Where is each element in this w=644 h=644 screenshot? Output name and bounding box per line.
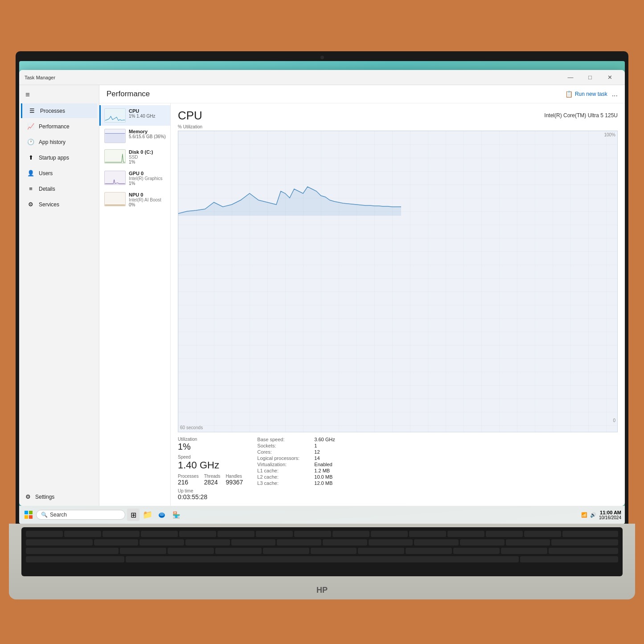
npu-device-sub: Intel(R) AI Boost xyxy=(129,197,161,202)
cpu-detail-panel: CPU Intel(R) Core(TM) Ultra 5 125U % Uti… xyxy=(171,103,625,506)
search-bar[interactable]: 🔍 Search xyxy=(36,510,125,520)
key xyxy=(501,548,547,554)
chart-svg xyxy=(178,131,617,432)
sockets-key: Sockets: xyxy=(257,443,311,448)
key xyxy=(263,548,309,554)
key xyxy=(64,531,101,537)
sidebar-item-details[interactable]: ≡ Details xyxy=(21,181,97,196)
sys-tray: 📶 🔊 11:00 AM 10/16/2024 xyxy=(581,510,621,520)
key xyxy=(217,531,254,537)
search-text: Search xyxy=(50,512,67,518)
processes-stat-label: Processes xyxy=(178,474,199,479)
sockets-val: 1 xyxy=(314,443,317,448)
key xyxy=(120,548,166,554)
run-new-task-button[interactable]: 📋 Run new task xyxy=(565,90,607,98)
spec-logical: Logical processors: 14 xyxy=(257,455,335,461)
svg-rect-5 xyxy=(25,515,28,519)
keyboard xyxy=(21,527,623,576)
threads-stat-label: Threads xyxy=(204,474,221,479)
taskbar: 🔍 Search ⊞ 📁 🏪 📶 🔊 11:00 AM 10/16/2024 xyxy=(19,506,625,524)
key xyxy=(277,539,321,546)
startup-label: Startup apps xyxy=(39,155,69,161)
cpu-device-name: CPU xyxy=(129,108,155,114)
sidebar-item-services[interactable]: ⚙ Services xyxy=(21,197,97,212)
key xyxy=(168,548,214,554)
key xyxy=(26,548,119,554)
taskbar-explorer[interactable]: 📁 xyxy=(141,509,154,521)
spec-base-speed: Base speed: 3.60 GHz xyxy=(257,437,335,442)
npu-thumb xyxy=(104,192,126,206)
l3-key: L3 cache: xyxy=(257,480,311,486)
sidebar-item-performance[interactable]: 📈 Performance xyxy=(21,119,97,134)
maximize-button[interactable]: □ xyxy=(580,71,600,84)
utilization-label: Utilization xyxy=(178,437,243,442)
more-options-button[interactable]: ... xyxy=(612,90,618,98)
webcam xyxy=(320,56,324,59)
close-button[interactable]: ✕ xyxy=(600,71,619,84)
speed-value: 1.40 GHz xyxy=(178,459,243,471)
key xyxy=(185,539,230,546)
key xyxy=(524,531,561,537)
window-controls: — □ ✕ xyxy=(561,71,619,84)
processes-icon: ☰ xyxy=(29,107,36,114)
uptime-label: Up time xyxy=(178,488,243,493)
taskbar-store[interactable]: 🏪 xyxy=(170,509,182,521)
header-actions: 📋 Run new task ... xyxy=(565,90,618,98)
users-label: Users xyxy=(39,170,53,176)
device-item-cpu[interactable]: CPU 1% 1.40 GHz xyxy=(99,105,170,126)
sidebar-item-app-history[interactable]: 🕐 App history xyxy=(21,135,97,149)
screen-content: Task Manager — □ ✕ ≡ ☰ Processes xyxy=(19,61,625,524)
settings-item[interactable]: ⚙ Settings xyxy=(19,489,99,504)
spec-l3: L3 cache: 12.0 MB xyxy=(257,480,335,486)
disk-device-detail: 1% xyxy=(129,160,153,164)
threads-stat-value: 2824 xyxy=(204,479,221,486)
memory-thumb xyxy=(104,129,126,143)
start-button[interactable] xyxy=(23,509,34,521)
key xyxy=(311,548,357,554)
uptime-stat: Up time 0:03:55:28 xyxy=(178,488,243,500)
key xyxy=(26,556,124,562)
device-list: CPU 1% 1.40 GHz xyxy=(99,103,171,506)
device-item-disk[interactable]: Disk 0 (C:) SSD 1% xyxy=(99,146,170,168)
services-label: Services xyxy=(39,201,59,208)
key-row-1 xyxy=(26,531,618,537)
taskbar-edge[interactable] xyxy=(156,509,168,521)
cores-val: 12 xyxy=(314,449,320,455)
svg-rect-6 xyxy=(29,515,33,519)
sidebar: ≡ ☰ Processes 📈 Performance 🕐 App histor… xyxy=(19,85,99,506)
disk-thumb xyxy=(104,149,126,164)
key-rows xyxy=(21,527,623,566)
tm-body: ≡ ☰ Processes 📈 Performance 🕐 App histor… xyxy=(19,85,625,506)
taskbar-taskview[interactable]: ⊞ xyxy=(127,509,139,521)
main-content: Performance 📋 Run new task ... xyxy=(99,85,625,506)
sidebar-item-users[interactable]: 👤 Users xyxy=(21,166,97,180)
key xyxy=(103,531,139,537)
hp-logo: HP xyxy=(316,586,328,595)
device-item-gpu[interactable]: GPU 0 Intel(R) Graphics 1% xyxy=(99,168,170,189)
app-history-icon: 🕐 xyxy=(27,139,34,145)
key xyxy=(562,531,618,537)
cpu-title-row: CPU Intel(R) Core(TM) Ultra 5 125U xyxy=(178,109,618,123)
key-row-2 xyxy=(26,539,618,546)
minimize-button[interactable]: — xyxy=(561,71,580,84)
key xyxy=(94,539,139,546)
key xyxy=(141,531,178,537)
performance-label: Performance xyxy=(39,123,70,130)
cpu-main-title: CPU xyxy=(178,109,202,123)
gpu-thumb xyxy=(104,171,126,185)
key xyxy=(453,548,500,554)
key xyxy=(551,539,618,546)
device-item-npu[interactable]: NPU 0 Intel(R) AI Boost 0% xyxy=(99,189,170,210)
stats-section: Utilization 1% Speed 1.40 GHz xyxy=(178,437,618,500)
sidebar-item-processes[interactable]: ☰ Processes xyxy=(21,103,97,118)
settings-icon: ⚙ xyxy=(25,493,31,500)
laptop-screen-bezel: Task Manager — □ ✕ ≡ ☰ Processes xyxy=(16,51,628,524)
speed-label: Speed xyxy=(178,455,243,459)
hamburger-menu[interactable]: ≡ xyxy=(19,87,99,103)
mem-device-detail: 5.6/15.6 GB (36%) xyxy=(129,134,166,139)
key xyxy=(447,531,484,537)
sidebar-item-startup[interactable]: ⬆ Startup apps xyxy=(21,150,97,165)
device-item-memory[interactable]: Memory 5.6/15.6 GB (36%) xyxy=(99,126,170,146)
base-speed-key: Base speed: xyxy=(257,437,311,442)
key-row-space xyxy=(26,556,618,562)
